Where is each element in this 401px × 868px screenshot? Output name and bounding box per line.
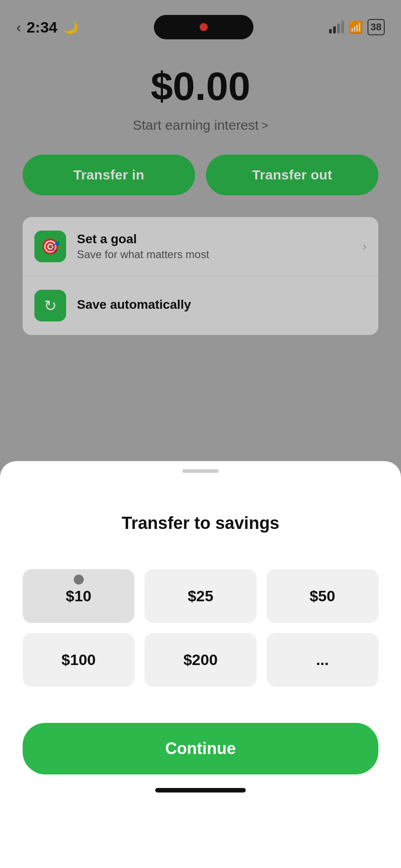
bottom-sheet: Transfer to savings $10 $25 $50 $100 $20… — [0, 461, 401, 868]
amount-25-button[interactable]: $25 — [144, 569, 256, 623]
amount-100-button[interactable]: $100 — [23, 633, 134, 687]
continue-button[interactable]: Continue — [23, 723, 378, 774]
amount-200-button[interactable]: $200 — [144, 633, 256, 687]
amount-custom-button[interactable]: ... — [267, 633, 378, 687]
amount-grid: $10 $25 $50 $100 $200 ... — [23, 569, 378, 687]
sheet-title: Transfer to savings — [23, 514, 378, 533]
sheet-handle — [182, 469, 219, 473]
drag-handle — [74, 575, 84, 585]
amount-50-button[interactable]: $50 — [267, 569, 378, 623]
amount-10-button[interactable]: $10 — [23, 569, 134, 623]
home-indicator — [155, 788, 246, 793]
